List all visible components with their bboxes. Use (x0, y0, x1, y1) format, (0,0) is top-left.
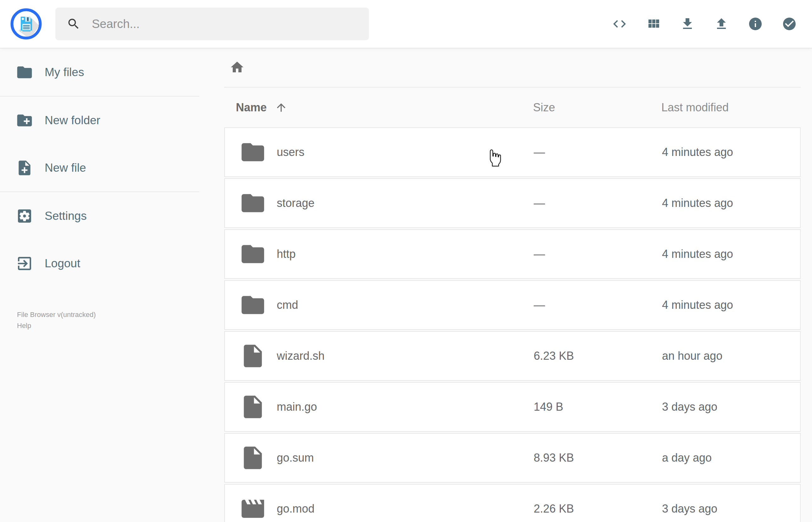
file-modified: 3 days ago (662, 400, 800, 414)
file-name: cmd (277, 298, 298, 312)
file-name: users (277, 146, 304, 159)
info-button[interactable] (747, 16, 764, 32)
home-button[interactable] (227, 57, 247, 78)
folder-icon (16, 63, 33, 81)
code-icon (612, 16, 627, 32)
file-size: — (534, 146, 662, 159)
filebrowser-logo-icon[interactable] (11, 8, 42, 40)
sidebar-item-label: New folder (45, 114, 100, 127)
file-modified: 4 minutes ago (662, 298, 800, 312)
help-link[interactable]: Help (17, 320, 31, 331)
file-icon (239, 444, 266, 471)
file-modified: 4 minutes ago (662, 146, 800, 159)
file-size: 6.23 KB (534, 349, 662, 363)
file-row-go-sum[interactable]: go.sum 8.93 KB a day ago (224, 433, 801, 483)
sort-by-modified-header[interactable]: Last modified (662, 101, 801, 114)
file-size: 149 B (534, 400, 662, 414)
sidebar-item-label: Settings (45, 209, 87, 223)
top-bar (0, 0, 812, 48)
new-file-icon (16, 159, 33, 177)
sidebar-item-new-file[interactable]: New file (0, 144, 224, 192)
file-size: — (534, 197, 662, 210)
new-folder-icon (16, 112, 33, 129)
file-icon (239, 394, 266, 420)
app-version: File Browser v(untracked) (17, 309, 224, 320)
sidebar-item-label: My files (45, 66, 84, 79)
breadcrumb (224, 48, 801, 87)
download-icon (680, 16, 695, 32)
file-modified: a day ago (662, 451, 800, 464)
grid-view-icon (646, 16, 661, 32)
file-size: 8.93 KB (534, 451, 662, 464)
folder-icon (239, 292, 266, 319)
file-icon (239, 342, 266, 369)
check-circle-icon (782, 16, 797, 32)
download-button[interactable] (679, 16, 696, 32)
file-name: storage (277, 197, 314, 210)
file-row-main-go[interactable]: main.go 149 B 3 days ago (224, 382, 801, 432)
search-icon (67, 17, 81, 31)
file-name: http (277, 247, 296, 261)
folder-icon (239, 241, 266, 267)
sidebar-item-label: Logout (45, 257, 80, 270)
sidebar-credits: File Browser v(untracked) Help (17, 309, 224, 331)
file-modified: 4 minutes ago (662, 197, 800, 210)
settings-icon (16, 207, 33, 225)
sidebar-item-my-files[interactable]: My files (0, 48, 224, 96)
file-modified: 4 minutes ago (662, 247, 800, 261)
listing-header: Name Size Last modified (224, 88, 801, 127)
file-row-storage[interactable]: storage — 4 minutes ago (224, 178, 801, 228)
sidebar-item-settings[interactable]: Settings (0, 192, 224, 240)
sidebar-item-label: New file (45, 161, 86, 175)
home-icon (229, 60, 245, 75)
file-row-wizard-sh[interactable]: wizard.sh 6.23 KB an hour ago (224, 331, 801, 381)
file-size: — (534, 247, 662, 261)
file-size: 2.26 KB (534, 502, 662, 516)
movie-icon (239, 495, 266, 522)
logout-icon (16, 255, 33, 272)
search-input[interactable] (92, 17, 358, 31)
sort-by-size-header[interactable]: Size (533, 101, 662, 114)
file-listing: Name Size Last modified users — 4 minute… (224, 48, 812, 522)
file-modified: 3 days ago (662, 502, 800, 516)
file-row-cmd[interactable]: cmd — 4 minutes ago (224, 280, 801, 330)
info-icon (748, 16, 763, 32)
arrow-up-icon (275, 101, 287, 114)
sidebar-item-logout[interactable]: Logout (0, 240, 224, 287)
sidebar: My files New folder New file Settings (0, 48, 224, 522)
sort-by-name-header[interactable]: Name (224, 101, 533, 114)
file-row-go-mod[interactable]: go.mod 2.26 KB 3 days ago (224, 484, 801, 522)
folder-icon (239, 189, 266, 217)
file-row-http[interactable]: http — 4 minutes ago (224, 229, 801, 279)
file-name: wizard.sh (277, 349, 325, 363)
file-name: main.go (277, 400, 317, 414)
search-bar[interactable] (55, 7, 369, 40)
file-modified: an hour ago (662, 349, 800, 363)
upload-button[interactable] (713, 16, 730, 32)
file-row-users[interactable]: users — 4 minutes ago (224, 127, 801, 177)
header-actions (611, 16, 797, 32)
column-name-label: Name (236, 101, 267, 114)
switch-view-button[interactable] (645, 16, 662, 32)
upload-icon (714, 16, 729, 32)
file-name: go.mod (277, 502, 314, 516)
shell-button[interactable] (611, 16, 628, 32)
file-size: — (534, 298, 662, 312)
file-name: go.sum (277, 451, 314, 464)
sidebar-item-new-folder[interactable]: New folder (0, 97, 224, 144)
folder-icon (239, 139, 266, 166)
select-multiple-button[interactable] (781, 16, 797, 32)
